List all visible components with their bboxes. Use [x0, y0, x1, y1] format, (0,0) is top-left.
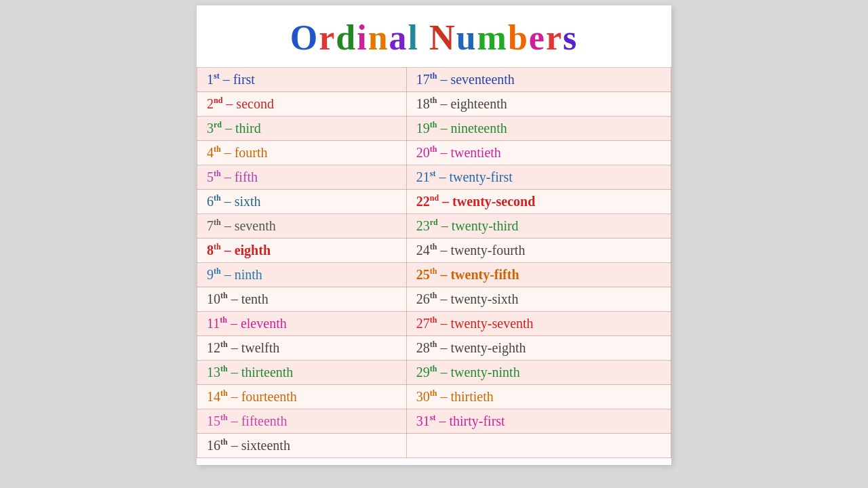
table-cell-right: 20th – twentieth: [406, 141, 671, 165]
table-cell-right: [406, 434, 671, 458]
table-cell-right: 18th – eighteenth: [406, 92, 671, 117]
table-cell-right: 25th – twenty-fifth: [406, 263, 671, 287]
table-cell-right: 23rd – twenty-third: [406, 214, 671, 239]
table-cell-left: 5th – fifth: [197, 165, 407, 190]
table-cell-right: 19th – nineteenth: [406, 117, 671, 141]
table-cell-left: 8th – eighth: [197, 239, 407, 263]
table-cell-left: 10th – tenth: [197, 287, 407, 312]
table-cell-left: 1st – first: [197, 68, 407, 92]
table-cell-left: 6th – sixth: [197, 190, 407, 214]
table-cell-left: 12th – twelfth: [197, 336, 407, 361]
ordinal-table: 1st – first17th – seventeenth2nd – secon…: [197, 67, 671, 458]
table-cell-right: 27th – twenty-seventh: [406, 312, 671, 336]
table-cell-left: 15th – fifteenth: [197, 409, 407, 434]
table-cell-right: 24th – twenty-fourth: [406, 239, 671, 263]
main-card: Ordinal Numbers 1st – first17th – sevent…: [197, 5, 671, 465]
table-cell-left: 7th – seventh: [197, 214, 407, 239]
table-cell-right: 17th – seventeenth: [406, 68, 671, 92]
table-cell-left: 16th – sixteenth: [197, 434, 407, 458]
table-cell-left: 4th – fourth: [197, 141, 407, 165]
table-cell-left: 14th – fourteenth: [197, 385, 407, 409]
table-cell-left: 11th – eleventh: [197, 312, 407, 336]
table-cell-left: 9th – ninth: [197, 263, 407, 287]
table-cell-right: 28th – twenty-eighth: [406, 336, 671, 361]
table-cell-left: 13th – thirteenth: [197, 361, 407, 385]
table-cell-right: 31st – thirty-first: [406, 409, 671, 434]
table-cell-right: 26th – twenty-sixth: [406, 287, 671, 312]
table-cell-right: 22nd – twenty-second: [406, 190, 671, 214]
table-cell-right: 21st – twenty-first: [406, 165, 671, 190]
table-cell-right: 30th – thirtieth: [406, 385, 671, 409]
table-cell-left: 2nd – second: [197, 92, 407, 117]
table-cell-right: 29th – twenty-ninth: [406, 361, 671, 385]
table-cell-left: 3rd – third: [197, 117, 407, 141]
page-title: Ordinal Numbers: [197, 18, 671, 58]
